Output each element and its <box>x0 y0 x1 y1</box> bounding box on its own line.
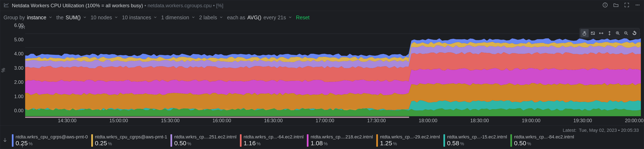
y-tick: 1.00 <box>14 94 24 99</box>
y-axis: AR % 0.001.002.003.004.005.006.00 <box>0 24 25 116</box>
chart-title: Netdata Workers CPU Utilization (100% = … <box>12 3 223 8</box>
zoom-x-tool[interactable] <box>597 29 605 37</box>
pan-tool[interactable] <box>580 29 589 37</box>
legend-value: 0.50% <box>174 140 236 147</box>
zoom-in-tool[interactable] <box>614 29 622 37</box>
y-tick: 2.00 <box>14 79 24 85</box>
legend-swatch <box>12 134 14 147</box>
legend-value: 0.25% <box>16 140 88 147</box>
latest-timestamp: Latest: Tue, May 02, 2023 • 20:05:33 <box>2 127 642 134</box>
legend-value: 0.50% <box>514 140 574 147</box>
time-aggregation-dropdown[interactable]: each as AVG() every 21s <box>227 14 292 20</box>
svg-line-20 <box>627 34 628 35</box>
legend-name: ntdta.wrkrs_cp...-15.ec2.intrnl <box>447 134 507 140</box>
legend-name: ntdta.wrkrs_cp...-84.ec2.intrnl <box>514 134 574 140</box>
chart-area[interactable]: AR % 0.001.002.003.004.005.006.00 <box>0 24 644 116</box>
group-by-dropdown[interactable]: Group by instance <box>4 14 52 20</box>
legend-swatch <box>510 134 512 147</box>
x-tick: 20:00:00 <box>625 118 644 124</box>
x-tick: 18:00:00 <box>419 118 437 124</box>
legend-value: 1.25% <box>380 140 440 147</box>
x-tick: 14:30:00 <box>58 118 76 124</box>
aggregation-dropdown[interactable]: the SUM() <box>56 14 87 20</box>
legend-swatch <box>376 134 378 147</box>
legend-name: ntdta.wrkrs_cp...-64.ec2.intrnl <box>244 134 304 140</box>
legend-name: ntdta.wrkrs_cpu_cgrps@aws-prnt-0 <box>16 134 88 140</box>
svg-point-5 <box>638 4 640 5</box>
legend-name: ntdta.wrkrs_cp....218.ec2.intrnl <box>310 134 373 140</box>
chevron-down-icon <box>48 14 52 20</box>
y-tick: 6.00 <box>14 23 24 28</box>
legend-value: 1.16% <box>244 140 304 147</box>
legend-item[interactable]: ntdta.wrkrs_cp....251.ec2.intrnl0.50% <box>170 134 236 147</box>
legend-item[interactable]: ntdta.wrkrs_cp...-29.ec2.intrnl1.25% <box>376 134 440 147</box>
legend-item[interactable]: ntdta.wrkrs_cp...-64.ec2.intrnl1.16% <box>240 134 304 147</box>
zoom-out-tool[interactable] <box>622 29 630 37</box>
legend-item[interactable]: ntdta.wrkrs_cpu_cgrps@aws-prnt-10.25% <box>91 134 167 147</box>
x-tick: 17:00:00 <box>316 118 334 124</box>
x-tick: 19:30:00 <box>573 118 592 124</box>
chevron-down-icon <box>288 14 292 20</box>
legend-swatch <box>91 134 93 147</box>
legend-name: ntdta.wrkrs_cp...-29.ec2.intrnl <box>380 134 440 140</box>
legend-value: 0.25% <box>95 140 167 147</box>
y-tick: 0.00 <box>14 108 24 114</box>
info-icon[interactable] <box>602 2 608 9</box>
reset-button[interactable]: Reset <box>296 14 310 20</box>
legend-swatch <box>240 134 242 147</box>
plot[interactable] <box>25 27 641 116</box>
dimensions-dropdown[interactable]: 1 dimension <box>161 14 196 20</box>
svg-line-16 <box>618 34 620 35</box>
chevron-down-icon <box>114 14 118 20</box>
chart-type-icon[interactable] <box>4 2 9 9</box>
legend-footer: Latest: Tue, May 02, 2023 • 20:05:33 ntd… <box>0 125 644 149</box>
legend-name: ntdta.wrkrs_cpu_cgrps@aws-prnt-1 <box>95 134 167 140</box>
x-axis: 14:30:0015:00:0015:30:0016:00:0016:30:00… <box>25 116 644 125</box>
x-tick: 16:00:00 <box>212 118 231 124</box>
chevron-down-icon <box>191 14 196 20</box>
chevron-down-icon <box>219 14 223 20</box>
legend-swatch <box>444 134 445 147</box>
legend-item[interactable]: ntdta.wrkrs_cp....218.ec2.intrnl1.08% <box>307 134 373 147</box>
legend-item[interactable]: ntdta.wrkrs_cp...-15.ec2.intrnl0.58% <box>444 134 507 147</box>
x-tick: 17:30:00 <box>367 118 386 124</box>
x-tick: 15:00:00 <box>109 118 128 124</box>
x-tick: 15:30:00 <box>161 118 180 124</box>
x-tick: 19:00:00 <box>522 118 540 124</box>
stacked-area-svg <box>25 27 641 116</box>
chart-toolbox <box>579 28 640 38</box>
instances-dropdown[interactable]: 10 instances <box>122 14 157 20</box>
labels-dropdown[interactable]: 2 labels <box>199 14 223 20</box>
folder-icon[interactable] <box>613 2 619 9</box>
titlebar: Netdata Workers CPU Utilization (100% = … <box>0 0 644 11</box>
legend-swatch <box>307 134 308 147</box>
nodes-dropdown[interactable]: 10 nodes <box>91 14 118 20</box>
chart-panel: Netdata Workers CPU Utilization (100% = … <box>0 0 644 149</box>
expand-icon[interactable] <box>624 2 630 9</box>
chevron-down-icon <box>153 14 157 20</box>
y-tick: 4.00 <box>14 51 24 57</box>
svg-point-4 <box>637 4 638 5</box>
legend-value: 0.58% <box>447 140 507 147</box>
legend-swatch <box>170 134 172 147</box>
legend-value: 1.08% <box>310 140 373 147</box>
svg-line-14 <box>591 32 594 34</box>
toolbar: Group by instance the SUM() 10 nodes 10 … <box>0 11 644 24</box>
scroll-legend-icon[interactable] <box>2 137 8 144</box>
x-tick: 16:30:00 <box>264 118 283 124</box>
legend-item[interactable]: ntdta.wrkrs_cpu_cgrps@aws-prnt-00.25% <box>12 134 88 147</box>
y-tick: 5.00 <box>14 37 24 42</box>
x-tick: 18:30:00 <box>470 118 489 124</box>
zoom-box-tool[interactable] <box>589 29 597 37</box>
zoom-y-tool[interactable] <box>605 29 614 37</box>
svg-point-3 <box>636 4 636 5</box>
reset-zoom-tool[interactable] <box>630 29 638 37</box>
legend-name: ntdta.wrkrs_cp....251.ec2.intrnl <box>174 134 236 140</box>
y-tick: 3.00 <box>14 65 24 71</box>
legend-item[interactable]: ntdta.wrkrs_cp...-84.ec2.intrnl0.50% <box>510 134 574 147</box>
chevron-down-icon <box>83 14 87 20</box>
more-icon[interactable] <box>635 2 640 9</box>
svg-point-2 <box>605 4 605 4</box>
y-axis-title: % <box>0 68 6 72</box>
i-label: i <box>22 144 23 149</box>
